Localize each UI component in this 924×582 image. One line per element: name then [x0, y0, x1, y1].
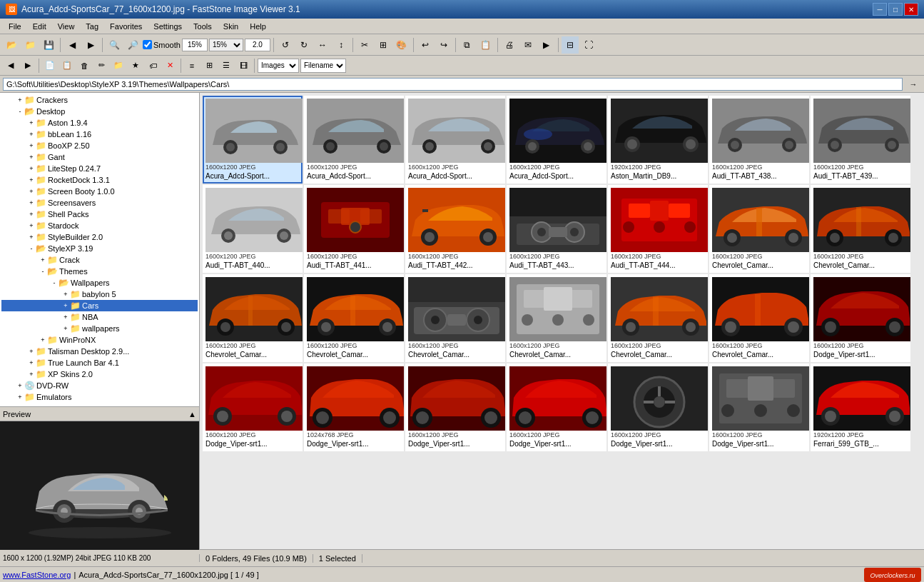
thumb-item-18[interactable]: 1600x1200 JPEG Chevrolet_Camar... [608, 274, 708, 362]
rotate-right-button[interactable]: ↻ [295, 36, 313, 54]
thumb-item-17[interactable]: 1600x1200 JPEG Chevrolet_Camar... [507, 274, 606, 362]
thumb-item-25[interactable]: 1600x1200 JPEG Dodge_Viper-srt1... [608, 363, 708, 451]
thumb-item-1[interactable]: 1600x1200 JPEG Acura_Adcd-Sport... [304, 96, 404, 184]
tree-item-stylebuilder[interactable]: + 📁 StyleBuilder 2.0 [1, 231, 198, 243]
thumb-item-27[interactable]: 1920x1200 JPEG Ferrari_599_GTB_... [811, 363, 910, 451]
prev-button[interactable]: ◀ [64, 36, 81, 54]
tree-item-litestep[interactable]: + 📁 LiteStep 0.24.7 [1, 163, 198, 174]
thumb-item-0[interactable]: 1600x1200 JPEG Acura_Adcd-Sport... [203, 96, 303, 184]
thumb-item-13[interactable]: 1600x1200 JPEG Chevrolet_Camar... [811, 185, 910, 273]
open-dir-button[interactable]: 📁 [21, 36, 39, 54]
thumb-item-20[interactable]: 1600x1200 JPEG Dodge_Viper-srt1... [811, 274, 910, 362]
zoom-fit-button[interactable]: 🔍 [106, 36, 123, 54]
menu-settings[interactable]: Settings [148, 21, 188, 32]
thumb-item-4[interactable]: 1920x1200 JPEG Aston_Martin_DB9... [608, 96, 708, 184]
next-button[interactable]: ▶ [82, 36, 99, 54]
forward-button[interactable]: ▶ [20, 58, 36, 74]
thumb-item-24[interactable]: 1600x1200 JPEG Dodge_Viper-srt1... [507, 363, 606, 451]
thumb-item-19[interactable]: 1600x1200 JPEG Chevrolet_Camar... [709, 274, 809, 362]
tree-item-bookxp[interactable]: + 📁 BooXP 2.50 [1, 140, 198, 151]
tree-item-bblean[interactable]: + 📁 bbLean 1.16 [1, 129, 198, 140]
tree-item-rocketdock[interactable]: + 📁 RocketDock 1.3.1 [1, 174, 198, 186]
resize-button[interactable]: ⊞ [375, 36, 392, 54]
crop-button[interactable]: ✂ [356, 36, 373, 54]
thumbnail-grid-area[interactable]: 1600x1200 JPEG Acura_Adcd-Sport... [200, 93, 924, 549]
flip-h-button[interactable]: ↔ [314, 36, 331, 54]
list-view-button[interactable]: ≡ [184, 58, 200, 74]
tree-item-stardock[interactable]: + 📁 Stardock [1, 220, 198, 231]
folder-tree[interactable]: + 📁 Crackers - 📂 Desktop + 📁 Aston 1.9.4… [0, 93, 199, 406]
undo-button[interactable]: ↩ [417, 36, 434, 54]
copy-button[interactable]: ⧉ [459, 36, 476, 54]
tree-item-gant[interactable]: + 📁 Gant [1, 151, 198, 163]
copy-file-button[interactable]: 📄 [42, 58, 58, 74]
detail-view-button[interactable]: ☰ [218, 58, 234, 74]
tree-item-crack[interactable]: + 📁 Crack [1, 254, 198, 266]
thumb-item-8[interactable]: 1600x1200 JPEG Audi_TT-ABT_441... [304, 185, 404, 273]
thumb-item-10[interactable]: 1600x1200 JPEG Audi_TT-ABT_443... [507, 185, 606, 273]
filter-type-select[interactable]: ImagesAll Files [258, 59, 299, 73]
tree-item-winpronx[interactable]: + 📁 WinProNX [1, 334, 198, 346]
tree-item-themes[interactable]: - 📂 Themes [1, 266, 198, 277]
cancel-ops-button[interactable]: ✕ [162, 58, 178, 74]
thumb-item-9[interactable]: 1600x1200 JPEG Audi_TT-ABT_442... [405, 185, 505, 273]
minimize-button[interactable]: ─ [873, 3, 887, 16]
tree-item-wallpapers2[interactable]: + 📁 wallpapers [1, 323, 198, 334]
delete-file-button[interactable]: 🗑 [76, 58, 92, 74]
thumb-item-12[interactable]: 1600x1200 JPEG Chevrolet_Camar... [709, 185, 809, 273]
tree-item-screensavers[interactable]: + 📁 Screensavers [1, 197, 198, 209]
menu-edit[interactable]: Edit [27, 21, 52, 32]
tree-item-crackers[interactable]: + 📁 Crackers [1, 94, 198, 106]
open-button[interactable]: 📂 [3, 36, 20, 54]
tree-item-nba[interactable]: + 📁 NBA [1, 311, 198, 323]
tree-item-shellpacks[interactable]: + 📁 Shell Packs [1, 209, 198, 220]
tree-item-talisman[interactable]: + 📁 Talisman Desktop 2.9... [1, 346, 198, 357]
tree-item-aston194[interactable]: + 📁 Aston 1.9.4 [1, 117, 198, 129]
rename-button[interactable]: ✏ [93, 58, 109, 74]
tree-item-dvdrw[interactable]: + 💿 DVD-RW [1, 380, 198, 391]
thumb-item-23[interactable]: 1600x1200 JPEG Dodge_Viper-srt1... [405, 363, 505, 451]
slideshow-button[interactable]: ▶ [538, 36, 555, 54]
zoom-in-button[interactable]: 🔎 [124, 36, 141, 54]
tree-item-truelaunch[interactable]: + 📁 True Launch Bar 4.1 [1, 357, 198, 368]
zoom-select[interactable]: 15%25%50%100% [209, 39, 243, 51]
email-button[interactable]: ✉ [519, 36, 537, 54]
thumb-item-22[interactable]: 1024x768 JPEG Dodge_Viper-srt1... [304, 363, 404, 451]
back-button[interactable]: ◀ [3, 58, 19, 74]
save-button[interactable]: 💾 [40, 36, 57, 54]
tree-item-wallpapers[interactable]: - 📂 Wallpapers [1, 277, 198, 289]
thumb-item-3[interactable]: 1600x1200 JPEG Acura_Adcd-Sport... [507, 96, 606, 184]
move-file-button[interactable]: 📋 [59, 58, 75, 74]
thumb-item-15[interactable]: 1600x1200 JPEG Chevrolet_Camar... [304, 274, 404, 362]
menu-tools[interactable]: Tools [188, 21, 218, 32]
thumb-item-7[interactable]: 1600x1200 JPEG Audi_TT-ABT_440... [203, 185, 303, 273]
menu-tag[interactable]: Tag [80, 21, 104, 32]
tree-item-xpskins[interactable]: + 📁 XP Skins 2.0 [1, 368, 198, 380]
thumb-item-6[interactable]: 1600x1200 JPEG Audi_TT-ABT_439... [811, 96, 910, 184]
sort-select[interactable]: FilenameDateSize [300, 59, 346, 73]
thumbnail-view-button[interactable]: ⊟ [562, 36, 579, 54]
star-button[interactable]: ★ [128, 58, 143, 74]
menu-favorites[interactable]: Favorites [104, 21, 148, 32]
smooth-checkbox[interactable] [143, 40, 152, 49]
address-input[interactable] [3, 78, 903, 91]
color-button[interactable]: 🎨 [393, 36, 410, 54]
thumb-item-14[interactable]: 1600x1200 JPEG Chevrolet_Camar... [203, 274, 303, 362]
menu-view[interactable]: View [52, 21, 81, 32]
address-go-button[interactable]: → [905, 76, 921, 92]
thumb-item-16[interactable]: 1600x1200 JPEG Chevrolet_Camar... [405, 274, 505, 362]
preview-toggle-icon[interactable]: ▲ [188, 410, 196, 418]
menu-file[interactable]: File [3, 21, 27, 32]
thumb-item-26[interactable]: 1600x1200 JPEG Dodge_Viper-srt1... [709, 363, 809, 451]
tree-item-stylexp[interactable]: - 📂 StyleXP 3.19 [1, 243, 198, 254]
tag-button[interactable]: 🏷 [145, 58, 161, 74]
menu-skin[interactable]: Skin [218, 21, 244, 32]
menu-help[interactable]: Help [244, 21, 272, 32]
zoom-step-input[interactable] [245, 39, 270, 51]
thumb-item-21[interactable]: 1600x1200 JPEG Dodge_Viper-srt1... [203, 363, 303, 451]
new-folder-button[interactable]: 📁 [111, 58, 126, 74]
tree-item-screenbooty[interactable]: + 📁 Screen Booty 1.0.0 [1, 186, 198, 197]
tree-item-emulators[interactable]: + 📁 Emulators [1, 391, 198, 403]
rotate-left-button[interactable]: ↺ [277, 36, 294, 54]
thumb-item-11[interactable]: 1600x1200 JPEG Audi_TT-ABT_444... [608, 185, 708, 273]
